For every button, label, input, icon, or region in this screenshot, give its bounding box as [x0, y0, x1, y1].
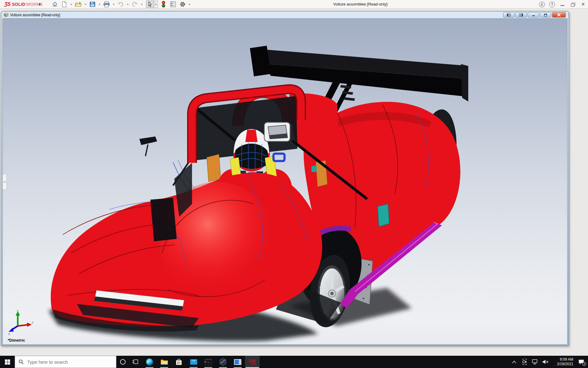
help-icon[interactable]: ? [549, 2, 555, 7]
taskbar-app-hexagon[interactable] [216, 356, 230, 368]
mdi-client-area: Voiture assomblee [Read-only] [0, 9, 588, 356]
doc-minimize-button[interactable] [528, 12, 539, 17]
view-orientation-label: *Dimetric [8, 338, 25, 343]
action-center-button[interactable]: 1 [575, 356, 588, 368]
undo-button[interactable] [117, 1, 125, 8]
status-lights-icon [162, 1, 165, 8]
clock-date: 2/19/2021 [552, 362, 573, 366]
dock-pane-right-button[interactable] [515, 12, 527, 17]
taskbar-app-edge[interactable] [142, 356, 157, 368]
taskbar-app-mail[interactable] [186, 356, 201, 368]
hood-dome-highlight [159, 182, 275, 300]
doc-restore-icon [544, 13, 547, 17]
clock-time: 9:09 AM [552, 357, 573, 362]
undo-dropdown[interactable] [126, 1, 129, 8]
start-button[interactable] [0, 356, 15, 368]
app-title-bar: ƷS SOLIDWORKS [0, 0, 588, 9]
dock-pane-left-button[interactable] [503, 12, 514, 17]
sidepod-intake [150, 198, 177, 241]
new-document-icon [62, 1, 67, 7]
ds-mark-icon: ƷS [4, 1, 10, 7]
task-view-icon [133, 359, 139, 365]
taskbar-app-solidworks[interactable]: SW 2021 [245, 356, 260, 368]
save-icon [89, 1, 96, 7]
dock-left-icon [507, 13, 511, 17]
save-dropdown[interactable] [98, 1, 101, 8]
document-window: Voiture assomblee [Read-only] [1, 11, 569, 346]
select-tool-dropdown[interactable] [154, 1, 158, 8]
edge-icon [146, 358, 153, 366]
menu-flyout-arrow-icon[interactable] [39, 3, 42, 6]
print-button[interactable] [103, 1, 111, 8]
doc-restore-button[interactable] [540, 12, 551, 17]
select-tool-group [146, 1, 158, 8]
document-title-bar[interactable]: Voiture assomblee [Read-only] [1, 11, 569, 18]
helmet-visor [235, 144, 268, 169]
taskbar-app-display[interactable] [230, 356, 245, 368]
save-button[interactable] [89, 1, 96, 8]
microsoft-store-icon [175, 358, 182, 366]
hexagon-app-icon [219, 358, 227, 366]
select-tool-button[interactable] [146, 1, 154, 8]
app-close-button[interactable]: ✕ [580, 1, 586, 8]
redo-dropdown[interactable] [140, 1, 143, 8]
account-icon[interactable] [539, 2, 545, 7]
redo-icon [131, 2, 138, 7]
volume-button[interactable] [540, 356, 551, 368]
settings-button[interactable] [179, 1, 187, 8]
rear-window-teal-panel [378, 204, 389, 227]
new-document-dropdown[interactable] [70, 1, 73, 8]
network-button[interactable] [530, 356, 540, 368]
redo-button[interactable] [131, 1, 139, 8]
properties-list-button[interactable] [169, 1, 177, 8]
graphics-viewport[interactable]: Y X Z *Dimetric [2, 18, 567, 345]
settings-dropdown[interactable] [188, 1, 191, 8]
document-window-controls [503, 12, 566, 17]
restore-icon [571, 3, 575, 6]
triad-y-label: Y [17, 310, 19, 313]
print-dropdown[interactable] [112, 1, 115, 8]
close-icon: ✕ [581, 0, 585, 9]
harness-buckle [273, 154, 285, 161]
app-minimize-button[interactable] [559, 1, 565, 8]
minimize-icon [560, 5, 564, 6]
triad-z-label: Z [8, 332, 10, 335]
home-button[interactable] [51, 1, 59, 8]
taskbar-clock[interactable]: 9:09 AM 2/19/2021 [551, 357, 575, 367]
meet-now-camera-icon [522, 359, 528, 365]
rear-view-mirror[interactable] [264, 122, 290, 141]
taskbar-app-command-prompt[interactable]: C:\_ [201, 356, 216, 368]
search-input[interactable] [27, 359, 103, 365]
system-tray: 9:09 AM 2/19/2021 1 [509, 356, 588, 368]
taskbar-app-file-explorer[interactable] [157, 356, 172, 368]
properties-list-icon [170, 1, 176, 7]
open-dropdown[interactable] [84, 1, 87, 8]
volume-muted-icon [542, 359, 549, 365]
app-restore-button[interactable] [570, 1, 576, 8]
orientation-triad: Y X Z [8, 309, 34, 335]
taskbar-search[interactable] [15, 356, 116, 368]
dock-right-icon [519, 13, 523, 17]
open-button[interactable] [74, 1, 82, 8]
triad-x-label: X [32, 321, 34, 324]
mail-icon [190, 359, 198, 365]
solidworks-logo: ƷS SOLIDWORKS [4, 0, 43, 9]
taskbar-app-store[interactable] [172, 356, 186, 368]
hidden-icons-chevron[interactable] [509, 356, 519, 368]
meet-now-button[interactable] [519, 356, 530, 368]
cortana-button[interactable] [116, 356, 129, 368]
new-document-button[interactable] [60, 1, 68, 8]
app-title: Voiture assomblee [Read-only] [333, 0, 387, 9]
doc-minimize-icon [532, 13, 535, 16]
task-view-button[interactable] [129, 356, 142, 368]
feature-manager-collapsed-tab[interactable] [3, 174, 7, 190]
search-icon [19, 359, 24, 364]
doc-close-button[interactable] [552, 12, 566, 17]
print-icon [103, 1, 110, 7]
status-lights-button[interactable] [160, 1, 168, 8]
person-glyph [540, 3, 544, 6]
car-assembly-model[interactable] [3, 19, 567, 344]
open-folder-icon [75, 1, 82, 7]
notification-badge: 1 [582, 362, 586, 366]
solidworks-taskbar-icon: SW [249, 359, 256, 363]
